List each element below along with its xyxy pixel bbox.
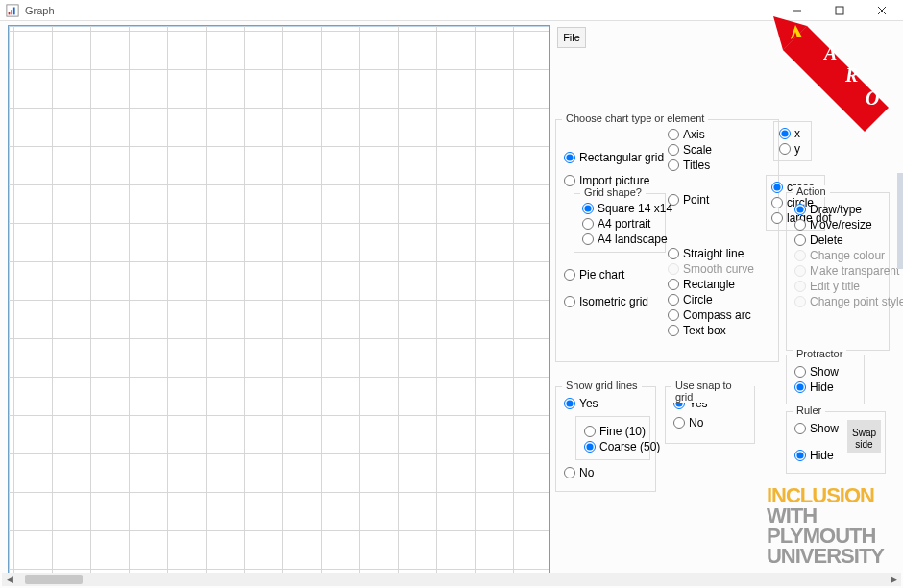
- gridlines-legend: Show grid lines: [562, 380, 642, 391]
- plymouth-logo: INCLUSION WITH PLYMOUTH UNIVERSITY: [767, 486, 884, 567]
- svg-marker-8: [783, 26, 889, 132]
- title-bar: Graph: [0, 0, 903, 21]
- radio-x[interactable]: x: [779, 127, 806, 140]
- radio-rectangular-grid[interactable]: Rectangular grid: [564, 151, 670, 164]
- protractor-group: Protractor Show Hide: [786, 355, 865, 404]
- svg-marker-9: [783, 26, 812, 55]
- radio-smooth-curve: Smooth curve: [668, 262, 773, 276]
- radio-a4-landscape[interactable]: A4 landscape: [582, 233, 657, 246]
- app-icon: [6, 4, 19, 17]
- svg-rect-2: [11, 10, 12, 14]
- radio-compass-arc[interactable]: Compass arc: [668, 308, 773, 322]
- svg-marker-10: [773, 16, 807, 50]
- svg-text:A: A: [822, 42, 837, 63]
- radio-snap-no[interactable]: No: [673, 416, 746, 429]
- radio-grid-no[interactable]: No: [564, 466, 647, 479]
- snap-group: Use snap to grid Yes No: [665, 386, 755, 444]
- radio-text-box[interactable]: Text box: [668, 324, 773, 337]
- radio-fine[interactable]: Fine (10): [584, 425, 642, 438]
- svg-marker-11: [791, 25, 802, 39]
- maximize-button[interactable]: [818, 0, 861, 21]
- scroll-thumb[interactable]: [25, 575, 83, 584]
- window-title: Graph: [25, 5, 55, 16]
- radio-change-point-style: Change point style: [794, 295, 881, 308]
- ruler-legend: Ruler: [793, 404, 825, 416]
- radio-make-transparent: Make transparent: [794, 264, 881, 278]
- chart-type-legend: Choose chart type or element: [562, 112, 708, 124]
- radio-a4-portrait[interactable]: A4 portrait: [582, 217, 657, 231]
- svg-rect-5: [836, 7, 843, 14]
- scroll-left-arrow[interactable]: ◀: [2, 573, 17, 586]
- svg-text:R: R: [844, 64, 858, 86]
- radio-square[interactable]: Square 14 x14: [582, 202, 657, 215]
- chart-type-group: Choose chart type or element Rectangular…: [555, 119, 779, 362]
- radio-draw[interactable]: Draw/type: [794, 203, 881, 216]
- radio-point[interactable]: Point: [668, 193, 773, 207]
- radio-scale[interactable]: Scale: [668, 143, 773, 157]
- scroll-track[interactable]: [17, 573, 886, 586]
- grid-lines: [9, 26, 549, 574]
- svg-text:O: O: [866, 87, 879, 109]
- radio-pie-chart[interactable]: Pie chart: [564, 268, 670, 282]
- action-group: Action Draw/type Move/resize Delete Chan…: [786, 192, 890, 351]
- radio-straight-line[interactable]: Straight line: [668, 247, 773, 260]
- swap-side-button[interactable]: Swap side: [847, 420, 881, 453]
- file-menu-button[interactable]: File: [557, 27, 586, 48]
- aro-badge: A R O: [773, 16, 889, 132]
- svg-rect-3: [13, 7, 15, 14]
- radio-coarse[interactable]: Coarse (50): [584, 440, 642, 453]
- horizontal-scrollbar[interactable]: ◀ ▶: [2, 573, 901, 586]
- file-label: File: [563, 32, 580, 43]
- svg-rect-1: [9, 12, 11, 14]
- radio-move[interactable]: Move/resize: [794, 218, 881, 232]
- snap-legend: Use snap to grid: [671, 380, 754, 403]
- radio-circle[interactable]: Circle: [668, 293, 773, 306]
- radio-change-colour: Change colour: [794, 249, 881, 262]
- radio-titles[interactable]: Titles: [668, 159, 773, 172]
- desktop-scroll-thumb: [897, 173, 903, 269]
- desktop-vertical-scrollbar: [897, 0, 903, 588]
- radio-import-picture[interactable]: Import picture: [564, 174, 670, 187]
- gridlines-group: Show grid lines Yes Fine (10) Coarse (50…: [555, 386, 656, 492]
- radio-isometric[interactable]: Isometric grid: [564, 295, 670, 308]
- graph-canvas[interactable]: [8, 25, 550, 575]
- grid-shape-legend: Grid shape?: [580, 186, 646, 198]
- action-legend: Action: [793, 185, 830, 197]
- radio-grid-yes[interactable]: Yes: [564, 397, 647, 410]
- radio-edit-y-title: Edit y title: [794, 280, 881, 293]
- protractor-legend: Protractor: [793, 348, 846, 359]
- radio-y[interactable]: y: [779, 142, 806, 156]
- ruler-group: Ruler Show Hide Swap side: [786, 411, 886, 474]
- radio-rectangle[interactable]: Rectangle: [668, 278, 773, 291]
- radio-axis[interactable]: Axis: [668, 128, 773, 141]
- minimize-button[interactable]: [776, 0, 818, 21]
- radio-delete[interactable]: Delete: [794, 233, 881, 247]
- radio-protractor-show[interactable]: Show: [794, 365, 856, 379]
- radio-protractor-hide[interactable]: Hide: [794, 380, 856, 394]
